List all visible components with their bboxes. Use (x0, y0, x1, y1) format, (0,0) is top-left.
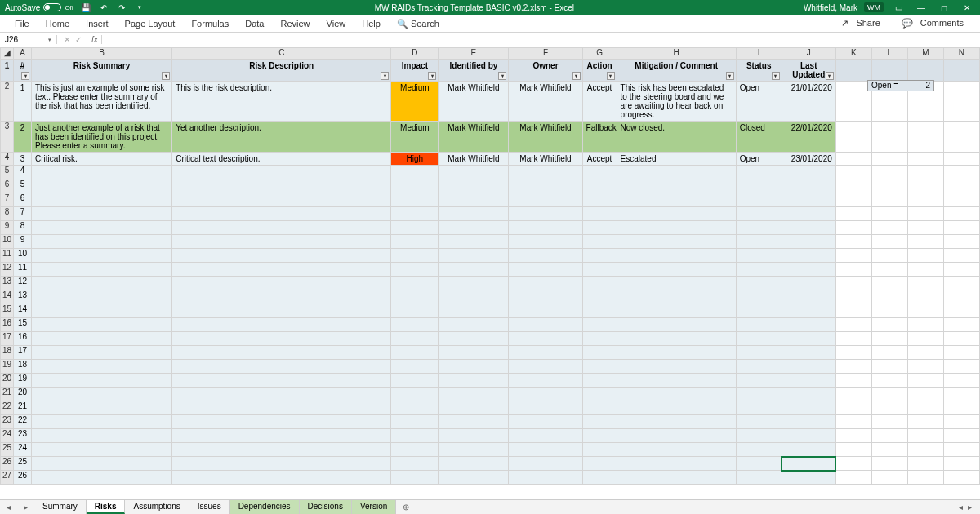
filter-dropdown-icon[interactable]: ▾ (428, 72, 436, 80)
table-header-identified_by[interactable]: Identified by▾ (439, 60, 509, 82)
ribbon-tab-formulas[interactable]: Formulas (183, 15, 237, 33)
empty-cell-plain[interactable] (835, 193, 871, 207)
empty-data-cell[interactable] (617, 207, 736, 221)
empty-data-cell[interactable] (32, 277, 172, 290)
filter-dropdown-icon[interactable]: ▾ (498, 72, 506, 80)
table-header-mitigation[interactable]: Mitigation / Comment▾ (617, 60, 736, 82)
cell-status[interactable]: Open (736, 82, 782, 122)
row-header[interactable]: 14 (1, 290, 14, 304)
empty-data-cell[interactable] (172, 415, 391, 429)
empty-data-cell[interactable] (32, 193, 172, 207)
empty-data-cell[interactable] (32, 346, 172, 360)
empty-data-cell[interactable] (391, 471, 439, 485)
empty-data-cell[interactable] (617, 346, 736, 360)
empty-data-cell[interactable] (509, 429, 582, 443)
column-header[interactable]: G (582, 48, 617, 60)
column-header[interactable]: B (32, 48, 172, 60)
ribbon-options-icon[interactable]: ▭ (890, 3, 906, 12)
empty-cell-plain[interactable] (907, 290, 943, 304)
empty-data-cell[interactable] (582, 401, 617, 415)
empty-data-cell[interactable] (509, 457, 582, 471)
cell-last-updated[interactable]: 23/01/2020 (782, 153, 835, 166)
empty-data-cell[interactable] (582, 179, 617, 193)
empty-data-cell[interactable] (32, 332, 172, 346)
empty-data-cell[interactable] (782, 193, 835, 207)
empty-data-cell[interactable] (32, 443, 172, 457)
empty-data-cell[interactable] (736, 429, 782, 443)
empty-data-cell[interactable] (172, 374, 391, 388)
ribbon-tab-data[interactable]: Data (237, 15, 272, 33)
empty-data-cell[interactable] (32, 318, 172, 332)
column-header[interactable]: N (943, 48, 979, 60)
empty-cell-plain[interactable] (943, 471, 979, 485)
empty-header-cell[interactable] (835, 60, 871, 82)
empty-cell-plain[interactable] (835, 249, 871, 263)
save-icon[interactable]: 💾 (80, 2, 91, 13)
empty-data-cell[interactable] (509, 346, 582, 360)
empty-data-cell[interactable] (782, 221, 835, 235)
empty-cell-plain[interactable] (907, 457, 943, 471)
empty-data-cell[interactable] (32, 179, 172, 193)
column-header[interactable]: H (617, 48, 736, 60)
empty-data-cell[interactable] (582, 221, 617, 235)
cancel-formula-icon[interactable]: ✕ (64, 35, 70, 44)
empty-data-cell[interactable] (172, 221, 391, 235)
empty-data-cell[interactable] (582, 443, 617, 457)
row-header[interactable]: 26 (1, 457, 14, 471)
empty-data-cell[interactable] (391, 193, 439, 207)
table-header-summary[interactable]: Risk Summary▾ (32, 60, 172, 82)
minimize-icon[interactable]: — (913, 3, 929, 12)
empty-data-cell[interactable] (439, 401, 509, 415)
ribbon-tab-insert[interactable]: Insert (78, 15, 117, 33)
empty-data-cell[interactable] (32, 235, 172, 249)
empty-data-cell[interactable] (172, 235, 391, 249)
empty-data-cell[interactable] (391, 332, 439, 346)
empty-cell-plain[interactable] (871, 429, 907, 443)
column-header[interactable]: C (172, 48, 391, 60)
column-header[interactable]: I (736, 48, 782, 60)
empty-data-cell[interactable] (736, 221, 782, 235)
empty-cell-plain[interactable] (835, 179, 871, 193)
empty-data-cell[interactable] (582, 415, 617, 429)
empty-cell-plain[interactable] (871, 235, 907, 249)
empty-cell-plain[interactable] (835, 290, 871, 304)
row-header[interactable]: 1 (1, 60, 14, 82)
empty-cell-plain[interactable] (871, 221, 907, 235)
empty-data-cell[interactable] (617, 415, 736, 429)
empty-data-cell[interactable] (582, 429, 617, 443)
empty-cell-plain[interactable] (943, 388, 979, 401)
empty-cell-plain[interactable] (835, 360, 871, 374)
empty-data-cell[interactable] (172, 332, 391, 346)
empty-data-cell[interactable] (172, 166, 391, 179)
empty-cell-plain[interactable] (907, 360, 943, 374)
empty-data-cell[interactable] (782, 471, 835, 485)
empty-data-cell[interactable] (782, 388, 835, 401)
sheet-tab-issues[interactable]: Issues (189, 500, 230, 514)
empty-data-cell[interactable] (736, 304, 782, 318)
column-header[interactable]: K (835, 48, 871, 60)
cell-owner[interactable]: Mark Whitfield (509, 153, 582, 166)
empty-data-cell[interactable] (509, 221, 582, 235)
empty-cell-plain[interactable] (835, 332, 871, 346)
empty-data-cell[interactable] (582, 193, 617, 207)
empty-data-cell[interactable] (439, 318, 509, 332)
empty-data-cell[interactable] (439, 360, 509, 374)
table-header-status[interactable]: Status▾ (736, 60, 782, 82)
empty-cell-plain[interactable] (907, 277, 943, 290)
empty-data-cell[interactable] (439, 193, 509, 207)
ribbon-tab-help[interactable]: Help (354, 15, 389, 33)
empty-cell-plain[interactable] (907, 346, 943, 360)
empty-cell-plain[interactable] (871, 304, 907, 318)
row-header[interactable]: 9 (1, 221, 14, 235)
cell-mitigation[interactable]: Escalated (617, 153, 736, 166)
qat-customize-icon[interactable]: ▾ (134, 2, 145, 13)
column-header[interactable]: M (907, 48, 943, 60)
empty-data-cell[interactable] (391, 221, 439, 235)
filter-dropdown-icon[interactable]: ▾ (726, 72, 734, 80)
empty-cell-plain[interactable] (871, 457, 907, 471)
empty-data-cell[interactable] (617, 360, 736, 374)
empty-data-cell[interactable] (782, 360, 835, 374)
empty-cell-plain[interactable] (871, 443, 907, 457)
row-header[interactable]: 7 (1, 193, 14, 207)
empty-data-cell[interactable] (439, 415, 509, 429)
